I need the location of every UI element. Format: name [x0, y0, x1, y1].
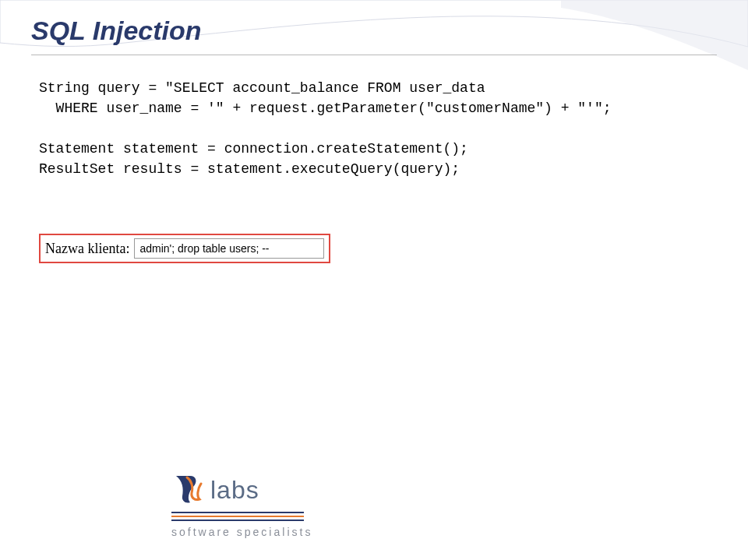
- code-line-4: Statement statement = connection.createS…: [39, 141, 468, 157]
- form-example: Nazwa klienta: admin'; drop table users;…: [39, 234, 330, 263]
- slide-title: SQL Injection: [31, 16, 202, 46]
- code-line-2: WHERE user_name = '" + request.getParame…: [39, 100, 612, 116]
- form-label: Nazwa klienta:: [45, 241, 129, 257]
- code-line-1: String query = "SELECT account_balance F…: [39, 80, 485, 96]
- logo-tagline: software specialists: [171, 526, 312, 538]
- logo-lines: [171, 512, 312, 521]
- code-line-5: ResultSet results = statement.executeQue…: [39, 161, 460, 177]
- logo: labs software specialists: [171, 473, 312, 538]
- code-block: String query = "SELECT account_balance F…: [39, 78, 709, 179]
- logo-mark-icon: [171, 473, 206, 507]
- title-divider: [31, 55, 717, 55]
- logo-text: labs: [210, 476, 259, 505]
- customer-name-input[interactable]: admin'; drop table users; --: [134, 238, 324, 259]
